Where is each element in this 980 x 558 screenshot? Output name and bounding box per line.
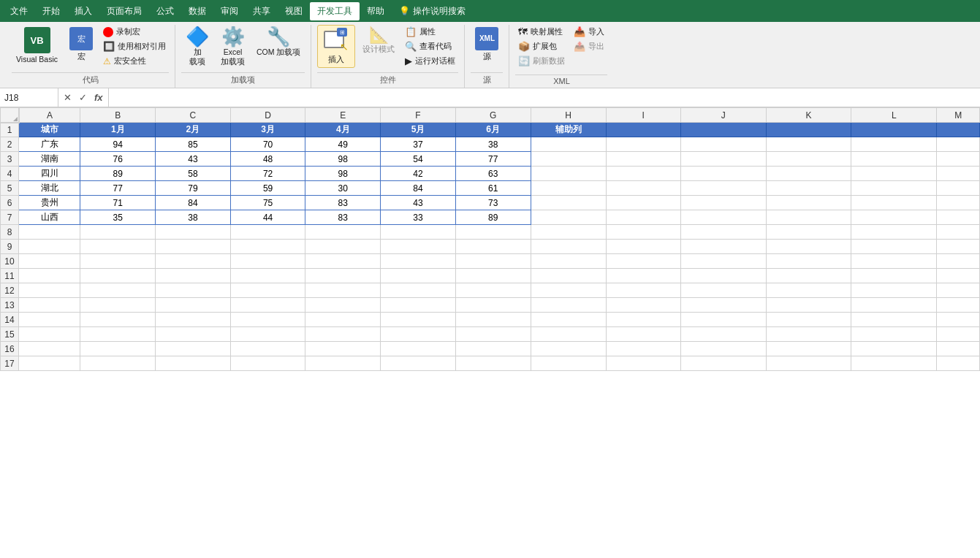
cell[interactable]: 83 — [305, 196, 381, 210]
cell[interactable] — [80, 269, 156, 283]
cell[interactable]: 70 — [230, 137, 305, 152]
cell[interactable]: 山西 — [19, 210, 80, 225]
cell[interactable]: 77 — [455, 152, 531, 167]
cell[interactable] — [606, 313, 680, 327]
cell[interactable] — [455, 356, 531, 371]
menu-formula[interactable]: 公式 — [149, 2, 181, 20]
cell[interactable] — [680, 152, 766, 167]
cell[interactable] — [455, 342, 531, 356]
com-addins-button[interactable]: 🔧 COM 加载项 — [252, 25, 305, 59]
menu-start[interactable]: 开始 — [35, 2, 67, 20]
cell[interactable] — [80, 225, 156, 240]
menu-page-layout[interactable]: 页面布局 — [99, 2, 149, 20]
col-header-m[interactable]: M — [937, 108, 980, 123]
cell[interactable] — [305, 283, 381, 298]
row-header-4[interactable]: 4 — [1, 167, 19, 181]
cell[interactable] — [851, 298, 937, 313]
cell[interactable] — [680, 356, 766, 371]
cell[interactable] — [606, 356, 680, 371]
cell[interactable] — [606, 123, 680, 137]
cell[interactable] — [455, 298, 531, 313]
cell[interactable]: 38 — [455, 137, 531, 152]
cell[interactable] — [19, 313, 80, 327]
cell[interactable] — [230, 269, 305, 283]
cell[interactable] — [230, 313, 305, 327]
cell[interactable]: 43 — [156, 152, 231, 167]
cell[interactable] — [305, 327, 381, 342]
cell[interactable] — [937, 327, 980, 342]
cell[interactable] — [156, 240, 231, 254]
row-header-2[interactable]: 2 — [1, 137, 19, 152]
cell[interactable] — [766, 225, 851, 240]
cell[interactable] — [381, 327, 456, 342]
cell[interactable] — [937, 225, 980, 240]
confirm-icon[interactable]: ✓ — [77, 91, 89, 104]
expansion-pack-button[interactable]: 📦 扩展包 — [515, 39, 568, 53]
cell[interactable] — [305, 298, 381, 313]
cell[interactable] — [80, 313, 156, 327]
cell[interactable] — [606, 167, 680, 181]
cell[interactable]: 98 — [305, 167, 381, 181]
cell[interactable]: 广东 — [19, 137, 80, 152]
cell[interactable] — [455, 240, 531, 254]
cell[interactable] — [531, 210, 606, 225]
view-code-button[interactable]: 🔍 查看代码 — [402, 39, 458, 53]
cell[interactable] — [19, 356, 80, 371]
cell[interactable]: 四川 — [19, 167, 80, 181]
cell[interactable] — [937, 342, 980, 356]
cell[interactable] — [381, 298, 456, 313]
cell[interactable] — [766, 196, 851, 210]
cell[interactable] — [766, 254, 851, 269]
cell[interactable]: 79 — [156, 181, 231, 196]
cell[interactable]: 30 — [305, 181, 381, 196]
cell[interactable] — [766, 356, 851, 371]
cell[interactable] — [455, 283, 531, 298]
cell[interactable] — [80, 240, 156, 254]
cell[interactable] — [851, 137, 937, 152]
cell[interactable]: 辅助列 — [531, 123, 606, 137]
cell[interactable] — [680, 269, 766, 283]
cell[interactable]: 59 — [230, 181, 305, 196]
cell[interactable] — [381, 313, 456, 327]
col-header-b[interactable]: B — [80, 108, 156, 123]
cell[interactable] — [230, 283, 305, 298]
cell[interactable] — [230, 327, 305, 342]
cell[interactable] — [606, 225, 680, 240]
cell[interactable] — [937, 196, 980, 210]
cell[interactable] — [606, 196, 680, 210]
cell[interactable] — [230, 225, 305, 240]
cell[interactable] — [766, 210, 851, 225]
cell[interactable] — [381, 240, 456, 254]
cell[interactable] — [766, 167, 851, 181]
cell[interactable] — [19, 225, 80, 240]
cell[interactable] — [531, 298, 606, 313]
cell[interactable] — [156, 254, 231, 269]
cell[interactable]: 98 — [305, 152, 381, 167]
cell[interactable] — [766, 283, 851, 298]
cell[interactable] — [606, 152, 680, 167]
cell[interactable] — [19, 298, 80, 313]
cell[interactable] — [766, 313, 851, 327]
cell[interactable] — [680, 137, 766, 152]
cell[interactable] — [851, 196, 937, 210]
excel-addins-button[interactable]: ⚙️ Excel加载项 — [216, 25, 249, 68]
cell[interactable] — [531, 240, 606, 254]
cell[interactable] — [531, 167, 606, 181]
export-button[interactable]: 📤 导出 — [571, 39, 607, 53]
col-header-h[interactable]: H — [531, 108, 606, 123]
cell[interactable] — [80, 327, 156, 342]
cell[interactable] — [851, 342, 937, 356]
row-header-8[interactable]: 8 — [1, 225, 19, 240]
col-header-f[interactable]: F — [381, 108, 456, 123]
cell[interactable] — [606, 298, 680, 313]
cell[interactable] — [80, 342, 156, 356]
cell[interactable] — [531, 269, 606, 283]
cell[interactable] — [851, 240, 937, 254]
cell[interactable] — [531, 342, 606, 356]
row-header-14[interactable]: 14 — [1, 313, 19, 327]
col-header-c[interactable]: C — [156, 108, 231, 123]
cell[interactable] — [851, 356, 937, 371]
cell[interactable] — [19, 254, 80, 269]
addins-button[interactable]: 🔷 加载项 — [181, 25, 213, 68]
cell[interactable] — [305, 225, 381, 240]
